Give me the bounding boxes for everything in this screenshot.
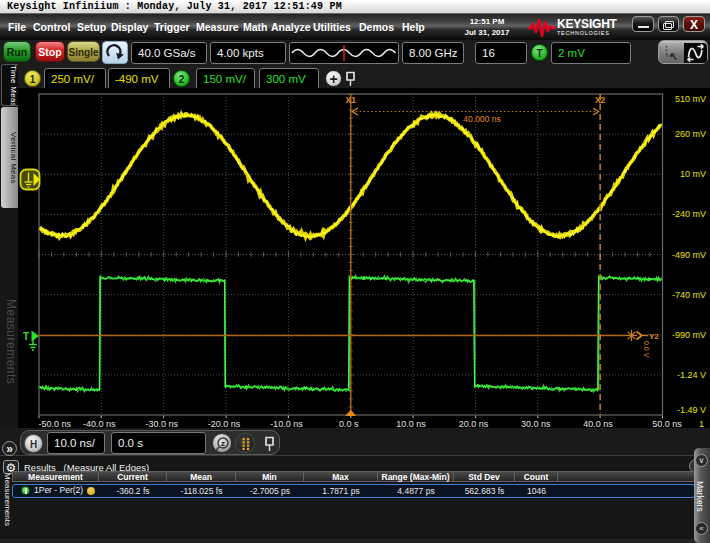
svg-text:Y2: Y2	[649, 332, 659, 341]
svg-text:X2: X2	[595, 95, 606, 105]
svg-text:10.0 ns: 10.0 ns	[396, 419, 426, 429]
svg-text:X1: X1	[346, 95, 357, 105]
svg-text:10 mV: 10 mV	[680, 169, 706, 179]
svg-text:-30.0 ns: -30.0 ns	[145, 419, 178, 429]
svg-text:-20.0 ns: -20.0 ns	[208, 419, 241, 429]
svg-text:-40.0 ns: -40.0 ns	[83, 419, 116, 429]
svg-text:0.0 s: 0.0 s	[339, 419, 359, 429]
svg-text:50.0 ns: 50.0 ns	[652, 419, 682, 429]
svg-text:-740 mV: -740 mV	[672, 290, 706, 300]
svg-text:-1.24 V: -1.24 V	[677, 370, 706, 380]
svg-text:-1.49 V: -1.49 V	[677, 405, 706, 415]
svg-text:30.0 ns: 30.0 ns	[521, 419, 551, 429]
svg-text:40.000 ns: 40.000 ns	[463, 114, 500, 124]
svg-text:-240 mV: -240 mV	[672, 209, 706, 219]
svg-text:1: 1	[699, 419, 704, 429]
svg-text:40.0 ns: 40.0 ns	[583, 419, 613, 429]
svg-text:510 mV: 510 mV	[675, 94, 706, 104]
svg-text:T: T	[23, 331, 29, 342]
svg-text:-490 mV: -490 mV	[672, 250, 706, 260]
svg-text:z: z	[221, 439, 225, 448]
svg-text:-990 mV: -990 mV	[672, 330, 706, 340]
svg-text:260 mV: 260 mV	[675, 129, 706, 139]
svg-text:20.0 ns: 20.0 ns	[459, 419, 489, 429]
svg-text:-50.0 ns: -50.0 ns	[39, 419, 72, 429]
svg-text:-10.0 ns: -10.0 ns	[270, 419, 303, 429]
svg-text:0.0 V: 0.0 V	[643, 341, 650, 358]
